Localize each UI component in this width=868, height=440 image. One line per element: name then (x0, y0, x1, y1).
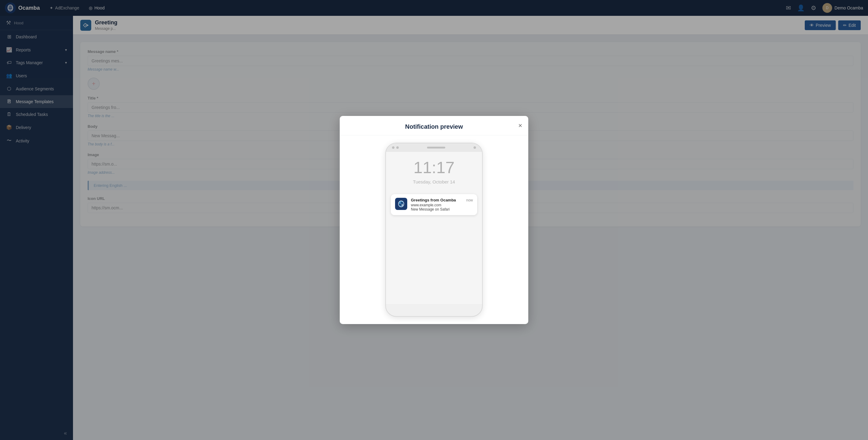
sensor-dot (396, 146, 399, 149)
svg-point-5 (401, 204, 403, 206)
phone-top-bar (386, 143, 482, 152)
notification-card: Greetings from Ocamba now www.example.co… (391, 194, 477, 215)
modal-body: 11:17 Tuesday, October 14 (340, 136, 528, 324)
notif-title: Greetings from Ocamba (411, 198, 456, 202)
svg-point-4 (399, 202, 401, 204)
phone-mockup: 11:17 Tuesday, October 14 (385, 143, 483, 317)
notif-app-icon (395, 198, 407, 210)
notif-content: Greetings from Ocamba now www.example.co… (411, 198, 473, 211)
modal-close-button[interactable]: × (518, 122, 522, 129)
phone-screen: 11:17 Tuesday, October 14 (386, 152, 482, 304)
camera-dot (392, 146, 395, 149)
phone-notch (427, 147, 445, 148)
camera-area (392, 146, 399, 149)
modal-header: Notification preview × (340, 116, 528, 136)
notif-time: now (466, 198, 473, 202)
modal-overlay[interactable]: Notification preview × 11:17 Tuesday, Oc… (0, 0, 868, 440)
notification-preview-modal: Notification preview × 11:17 Tuesday, Oc… (340, 116, 528, 324)
phone-date: Tuesday, October 14 (391, 179, 477, 184)
notif-header-row: Greetings from Ocamba now (411, 198, 473, 202)
power-dot (473, 146, 476, 149)
notif-url: www.example.com (411, 203, 473, 207)
notif-body: New Message on Safari (411, 207, 473, 211)
phone-time: 11:17 (391, 158, 477, 177)
modal-title: Notification preview (405, 123, 463, 130)
